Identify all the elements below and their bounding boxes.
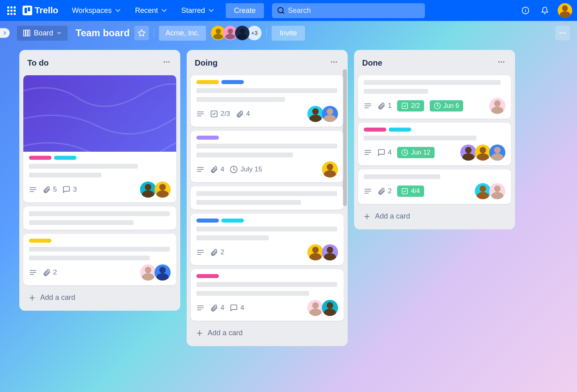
- scrollbar[interactable]: [343, 69, 347, 206]
- card-member-avatar[interactable]: [155, 264, 171, 281]
- svg-point-43: [501, 61, 502, 62]
- card-member-avatar[interactable]: [489, 144, 505, 161]
- card-member-avatar[interactable]: [489, 183, 505, 199]
- card-members: [142, 264, 171, 281]
- card-date-badge: Jun 6: [430, 100, 463, 111]
- trello-logo[interactable]: Trello: [23, 5, 58, 16]
- card-member-avatar[interactable]: [475, 144, 491, 161]
- create-button[interactable]: Create: [226, 3, 264, 18]
- card-member-avatar[interactable]: [475, 183, 491, 199]
- card-label[interactable]: [29, 156, 52, 160]
- card-members: [142, 182, 171, 198]
- member-avatar[interactable]: [235, 26, 249, 40]
- card-label[interactable]: [221, 80, 244, 84]
- card-comment-indicator: 3: [62, 186, 76, 194]
- search-box[interactable]: [272, 3, 425, 18]
- card[interactable]: 4Jun 12: [358, 123, 511, 165]
- card-title-placeholder: [196, 291, 309, 296]
- svg-rect-5: [24, 30, 25, 36]
- card-date-badge: Jun 12: [397, 147, 434, 158]
- svg-point-10: [562, 32, 563, 33]
- card-member-avatar[interactable]: [322, 106, 338, 122]
- list-title[interactable]: Doing: [195, 58, 218, 68]
- list-menu-button[interactable]: [161, 56, 172, 70]
- nav-workspaces[interactable]: Workspaces: [66, 4, 128, 17]
- board-members: +3: [211, 26, 262, 40]
- card[interactable]: 2/34: [191, 75, 344, 127]
- info-button[interactable]: [519, 4, 532, 17]
- add-card-button[interactable]: Add a card: [23, 289, 176, 306]
- plus-icon: [363, 213, 371, 221]
- svg-point-13: [166, 61, 167, 62]
- card-labels: [364, 128, 505, 132]
- board-title[interactable]: Team board: [76, 27, 130, 39]
- card-labels: [196, 219, 338, 223]
- card-labels: [196, 136, 338, 140]
- list-title[interactable]: To do: [27, 58, 49, 68]
- star-board-button[interactable]: [134, 26, 149, 40]
- svg-point-25: [336, 61, 337, 62]
- card-label[interactable]: [29, 239, 52, 243]
- card[interactable]: 2: [191, 214, 344, 265]
- card-member-avatar[interactable]: [140, 264, 156, 281]
- list-menu-button[interactable]: [496, 56, 507, 70]
- card-member-avatar[interactable]: [460, 144, 476, 161]
- logo-text: Trello: [35, 5, 58, 16]
- apps-menu-icon[interactable]: [5, 4, 18, 17]
- notifications-button[interactable]: [538, 4, 551, 17]
- invite-button[interactable]: Invite: [272, 26, 305, 41]
- card-member-avatar[interactable]: [307, 244, 324, 260]
- board-view-button[interactable]: Board: [17, 26, 68, 41]
- card[interactable]: 53: [23, 75, 176, 202]
- card[interactable]: 44: [191, 269, 344, 321]
- card-check-badge: 4/4: [397, 186, 424, 197]
- nav-starred[interactable]: Starred: [175, 4, 221, 17]
- user-avatar[interactable]: [558, 3, 572, 18]
- card-title-placeholder: [29, 256, 150, 260]
- card-member-avatar[interactable]: [489, 98, 505, 114]
- card-footer: 2/34: [196, 106, 338, 122]
- card[interactable]: [191, 186, 344, 210]
- card[interactable]: [23, 206, 176, 230]
- card-title-placeholder: [364, 174, 440, 179]
- card-desc-indicator: [196, 165, 204, 173]
- card-labels: [196, 80, 338, 84]
- workspace-button[interactable]: Acme, Inc.: [159, 26, 206, 41]
- svg-point-23: [331, 61, 332, 62]
- card-label[interactable]: [196, 80, 219, 84]
- card-title-placeholder: [29, 173, 101, 177]
- card-member-avatar[interactable]: [322, 161, 338, 177]
- nav-recent[interactable]: Recent: [129, 4, 174, 17]
- card[interactable]: 24/4: [358, 169, 511, 204]
- board-menu-button[interactable]: [555, 26, 570, 40]
- expand-sidebar-button[interactable]: [0, 28, 10, 38]
- card-label[interactable]: [196, 274, 219, 278]
- card-member-avatar[interactable]: [322, 300, 338, 316]
- card-title-placeholder: [364, 80, 501, 85]
- card[interactable]: 12/2Jun 6: [358, 75, 511, 119]
- card-member-avatar[interactable]: [155, 182, 171, 198]
- card[interactable]: 4July 15: [191, 131, 344, 182]
- card-member-avatar[interactable]: [140, 182, 156, 198]
- card-label[interactable]: [196, 219, 219, 223]
- card[interactable]: 2: [23, 234, 176, 285]
- card-label[interactable]: [54, 156, 76, 160]
- board-canvas[interactable]: To do 532 Add a card Doing 2/344July 152…: [0, 45, 577, 392]
- svg-marker-8: [138, 30, 145, 36]
- add-card-button[interactable]: Add a card: [358, 208, 511, 225]
- search-input[interactable]: [288, 6, 420, 15]
- card-title-placeholder: [196, 200, 301, 205]
- card-footer: 4July 15: [196, 161, 338, 177]
- card-label[interactable]: [221, 219, 244, 223]
- card-label[interactable]: [389, 128, 411, 132]
- list-title[interactable]: Done: [362, 58, 382, 68]
- card-label[interactable]: [196, 136, 219, 140]
- list-menu-button[interactable]: [328, 56, 340, 70]
- card-member-avatar[interactable]: [307, 106, 324, 122]
- card-member-avatar[interactable]: [322, 244, 338, 260]
- card-member-avatar[interactable]: [307, 300, 324, 316]
- card-attach-indicator: 5: [43, 186, 57, 194]
- card-attach-indicator: 4: [210, 165, 224, 173]
- add-card-button[interactable]: Add a card: [191, 325, 344, 341]
- card-label[interactable]: [364, 128, 386, 132]
